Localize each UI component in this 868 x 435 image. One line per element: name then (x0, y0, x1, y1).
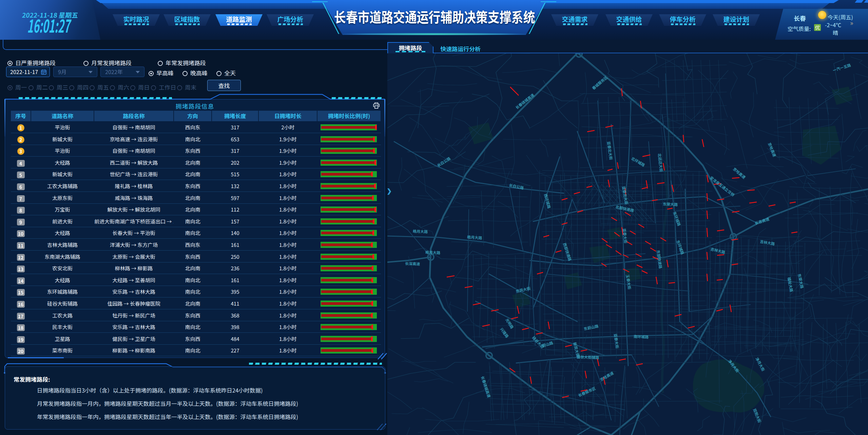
svg-text:皓月大路: 皓月大路 (467, 234, 483, 240)
svg-text:南环城路: 南环城路 (634, 333, 649, 340)
svg-text:皓月大路: 皓月大路 (425, 249, 441, 255)
svg-text:东荣大路: 东荣大路 (663, 201, 678, 207)
svg-text:长深高速: 长深高速 (405, 260, 420, 267)
svg-text:皓月大路: 皓月大路 (413, 228, 428, 234)
svg-text:盛世大街辅路: 盛世大街辅路 (577, 354, 600, 360)
